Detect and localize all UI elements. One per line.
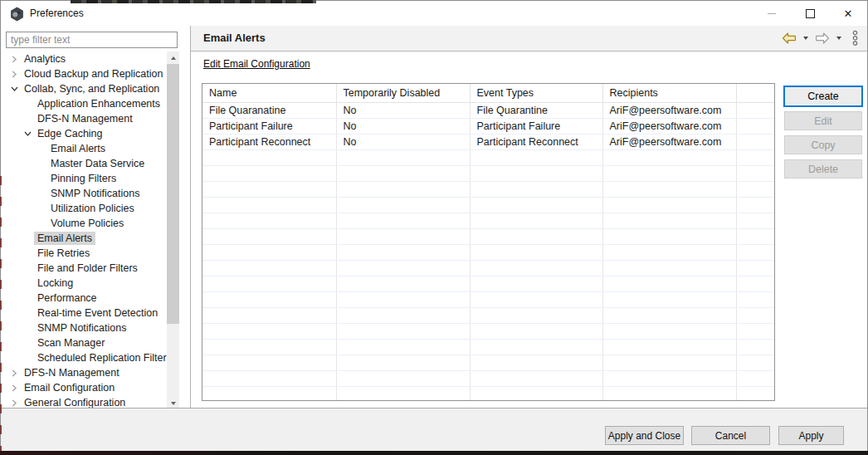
table-cell-empty xyxy=(202,150,336,166)
table-cell-empty xyxy=(602,150,736,166)
delete-button[interactable]: Delete xyxy=(784,159,862,179)
table-cell-empty xyxy=(736,229,774,245)
table-cell-empty xyxy=(470,371,602,387)
tree-item-email-alerts[interactable]: Email Alerts xyxy=(1,231,167,246)
apply-and-close-button[interactable]: Apply and Close xyxy=(605,426,684,445)
table-cell: No xyxy=(336,103,470,119)
tree-item-volume-policies[interactable]: Volume Policies xyxy=(1,216,167,231)
copy-button[interactable]: Copy xyxy=(784,135,862,154)
table-row-participant-reconnect[interactable]: Participant ReconnectNoParticipant Recon… xyxy=(202,135,774,150)
table-cell-empty xyxy=(470,213,602,229)
preferences-window: Preferences ✕ AnalyticsCloud Backup and … xyxy=(0,0,868,455)
tree-item-scan-manager[interactable]: Scan Manager xyxy=(1,335,167,350)
table-cell: AriF@peersoftware.com xyxy=(602,135,736,150)
tree-item-email-configuration[interactable]: Email Configuration xyxy=(1,380,167,395)
tree-item-scheduled-replication-filters[interactable]: Scheduled Replication Filters xyxy=(1,350,167,365)
table-header: NameTemporarily DisabledEvent TypesRecip… xyxy=(202,84,774,103)
table-cell-empty xyxy=(202,261,336,276)
cancel-button[interactable]: Cancel xyxy=(691,426,770,445)
tree-item-file-retries[interactable]: File Retries xyxy=(1,246,167,261)
tree-item-label: File and Folder Filters xyxy=(34,262,141,275)
chevron-right-icon[interactable] xyxy=(7,71,21,78)
table-row-participant-failure[interactable]: Participant FailureNoParticipant Failure… xyxy=(202,119,774,135)
column-header-recipients[interactable]: Recipients xyxy=(602,84,736,103)
table-cell-empty xyxy=(202,371,336,387)
table-row-empty xyxy=(202,324,774,340)
column-header-empty xyxy=(736,84,774,103)
table-row-empty xyxy=(202,198,774,213)
chevron-right-icon[interactable] xyxy=(7,369,21,377)
tree-item-collab-sync-and-replication[interactable]: Collab, Sync, and Replication xyxy=(1,81,167,96)
table-cell-empty xyxy=(470,387,602,402)
table-cell-empty xyxy=(470,150,602,166)
edit-email-configuration-link[interactable]: Edit Email Configuration xyxy=(203,58,310,70)
forward-arrow-icon[interactable] xyxy=(813,31,831,46)
forward-history-caret-icon[interactable] xyxy=(836,37,841,40)
table-cell-empty xyxy=(736,340,774,355)
tree-item-real-time-event-detection[interactable]: Real-time Event Detection xyxy=(1,306,167,320)
chevron-down-icon[interactable] xyxy=(21,130,34,137)
table-cell: AriF@peersoftware.com xyxy=(602,119,736,135)
panel-divider[interactable] xyxy=(190,26,191,408)
column-header-event-types[interactable]: Event Types xyxy=(470,84,602,103)
chevron-right-icon[interactable] xyxy=(7,399,21,407)
tree-item-locking[interactable]: Locking xyxy=(1,276,167,291)
minimize-button[interactable] xyxy=(753,1,791,26)
table-cell: No xyxy=(336,135,470,150)
scroll-up-icon[interactable] xyxy=(167,51,179,64)
table-cell-empty xyxy=(202,198,336,213)
view-menu-icon[interactable] xyxy=(850,28,861,48)
tree-item-pinning-filters[interactable]: Pinning Filters xyxy=(1,171,167,186)
tree-item-label: Utilization Policies xyxy=(47,202,138,215)
filter-input[interactable] xyxy=(6,32,178,48)
table-cell-empty xyxy=(736,387,774,402)
scrollbar-thumb[interactable] xyxy=(167,64,179,324)
table-cell-empty xyxy=(736,276,774,292)
table-cell-empty xyxy=(336,182,470,198)
tree-item-utilization-policies[interactable]: Utilization Policies xyxy=(1,201,167,216)
tree-item-dfs-n-management[interactable]: DFS-N Management xyxy=(1,111,167,126)
tree-item-application-enhancements[interactable]: Application Enhancements xyxy=(1,96,167,111)
tree-item-label: Application Enhancements xyxy=(34,97,163,110)
column-header-temporarily-disabled[interactable]: Temporarily Disabled xyxy=(336,84,470,103)
table-cell-empty xyxy=(602,340,736,355)
table-cell-empty xyxy=(602,229,736,245)
tree-item-file-and-folder-filters[interactable]: File and Folder Filters xyxy=(1,261,167,276)
apply-button[interactable]: Apply xyxy=(778,426,844,445)
chevron-right-icon[interactable] xyxy=(7,56,21,63)
create-button[interactable]: Create xyxy=(783,86,863,107)
edit-button[interactable]: Edit xyxy=(784,111,862,130)
tree-item-label: DFS-N Management xyxy=(21,366,123,379)
table-cell-empty xyxy=(470,182,602,198)
tree-item-edge-caching[interactable]: Edge Caching xyxy=(1,126,167,141)
maximize-button[interactable] xyxy=(791,1,829,26)
table-cell-empty xyxy=(336,371,470,387)
chevron-right-icon[interactable] xyxy=(7,384,21,392)
tree-item-analytics[interactable]: Analytics xyxy=(1,51,167,66)
tree-scrollbar[interactable] xyxy=(167,51,179,409)
table-cell-empty xyxy=(602,387,736,402)
back-arrow-icon[interactable] xyxy=(780,31,798,46)
column-header-name[interactable]: Name xyxy=(202,84,336,103)
table-cell-empty xyxy=(602,182,736,198)
preferences-tree[interactable]: AnalyticsCloud Backup and ReplicationCol… xyxy=(1,51,167,410)
tree-item-cloud-backup-and-replication[interactable]: Cloud Backup and Replication xyxy=(1,66,167,81)
background-window-artifact-bottom xyxy=(0,451,868,455)
back-history-caret-icon[interactable] xyxy=(803,37,808,40)
tree-item-snmp-notifications[interactable]: SNMP Notifications xyxy=(1,320,167,335)
table-cell xyxy=(736,135,774,150)
tree-item-label: File Retries xyxy=(34,247,93,260)
table-cell-empty xyxy=(202,387,336,402)
table-cell-empty xyxy=(470,308,602,324)
table-row-file-quaranatine[interactable]: File QuaranatineNoFile QuarantineAriF@pe… xyxy=(202,103,774,119)
title-bar: Preferences ✕ xyxy=(1,1,867,26)
tree-item-snmp-notifications[interactable]: SNMP Notifications xyxy=(1,186,167,201)
tree-item-dfs-n-management[interactable]: DFS-N Management xyxy=(1,365,167,380)
tree-item-email-alerts[interactable]: Email Alerts xyxy=(1,141,167,156)
tree-item-master-data-service[interactable]: Master Data Service xyxy=(1,156,167,171)
tree-item-performance[interactable]: Performance xyxy=(1,291,167,306)
table-cell-empty xyxy=(736,166,774,182)
chevron-down-icon[interactable] xyxy=(7,86,21,92)
email-alerts-table-container[interactable]: NameTemporarily DisabledEvent TypesRecip… xyxy=(202,83,775,401)
close-button[interactable]: ✕ xyxy=(829,1,867,26)
